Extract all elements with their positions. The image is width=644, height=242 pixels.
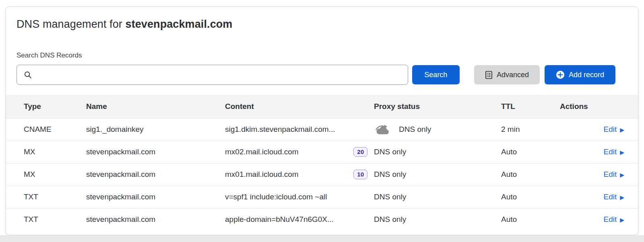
record-type-cell: MX — [6, 141, 86, 163]
column-header-name: Name — [86, 95, 225, 118]
record-type-cell: MX — [6, 163, 86, 186]
record-content-cell: sig1.dkim.stevenpackmail.com... — [225, 118, 374, 141]
record-content-text: apple-domain=bNuV47n6G0X... — [225, 215, 334, 224]
advanced-button-label: Advanced — [497, 71, 529, 78]
record-actions-cell: Edit ▶ — [560, 186, 638, 208]
edit-caret-icon: ▶ — [620, 127, 624, 133]
record-content-cell: v=spf1 include:icloud.com ~all — [225, 186, 374, 208]
dns-management-card: DNS management for stevenpackmail.com Se… — [6, 6, 638, 235]
record-content-text: sig1.dkim.stevenpackmail.com... — [225, 125, 335, 134]
record-actions-cell: Edit ▶ — [560, 208, 638, 231]
dns-records-table: Type Name Content Proxy status TTL Actio… — [6, 95, 638, 231]
record-proxy-status-cell: DNS only — [374, 118, 501, 141]
proxy-status-text: DNS only — [374, 193, 406, 201]
record-actions-cell: Edit ▶ — [560, 118, 638, 141]
record-content-text: mx02.mail.icloud.com — [225, 148, 299, 156]
column-header-content: Content — [225, 95, 374, 118]
add-record-button-label: Add record — [569, 71, 604, 78]
add-record-button[interactable]: Add record — [545, 65, 615, 84]
search-toolbar: Search Advanced — [17, 65, 627, 85]
record-proxy-status-cell: DNS only — [374, 186, 501, 208]
record-ttl-cell: Auto — [501, 141, 560, 163]
record-name-cell: stevenpackmail.com — [86, 186, 225, 208]
search-label: Search DNS Records — [17, 51, 627, 59]
dns-table-body: CNAME sig1._domainkey sig1.dkim.stevenpa… — [6, 118, 638, 231]
record-actions-cell: Edit ▶ — [560, 141, 638, 163]
record-name-cell: stevenpackmail.com — [86, 141, 225, 163]
edit-caret-icon: ▶ — [620, 195, 624, 200]
table-row: TXT stevenpackmail.com apple-domain=bNuV… — [6, 208, 638, 231]
record-content-cell: mx02.mail.icloud.com 20 — [225, 141, 374, 163]
record-actions-cell: Edit ▶ — [560, 163, 638, 186]
plus-circle-icon — [556, 70, 565, 79]
search-input-wrapper[interactable] — [17, 65, 408, 85]
edit-record-link[interactable]: Edit ▶ — [603, 170, 624, 179]
table-row: MX stevenpackmail.com mx02.mail.icloud.c… — [6, 141, 638, 163]
record-content-text: mx01.mail.icloud.com — [225, 170, 299, 179]
record-name-cell: sig1._domainkey — [86, 118, 225, 141]
record-content-cell: apple-domain=bNuV47n6G0X... — [225, 208, 374, 231]
dns-only-cloud-icon — [374, 123, 392, 135]
record-type-cell: CNAME — [6, 118, 86, 141]
edit-record-link[interactable]: Edit ▶ — [603, 215, 624, 224]
page-title: DNS management for stevenpackmail.com — [17, 18, 627, 31]
magnifier-icon — [24, 71, 32, 79]
record-proxy-status-cell: DNS only — [374, 163, 501, 186]
record-proxy-status-cell: DNS only — [374, 141, 501, 163]
advanced-button[interactable]: Advanced — [474, 65, 540, 84]
mx-priority-badge: 10 — [353, 170, 367, 180]
column-header-type: Type — [6, 95, 86, 118]
record-ttl-cell: Auto — [501, 208, 560, 231]
page-title-prefix: DNS management for — [17, 18, 126, 30]
proxy-status-text: DNS only — [374, 215, 406, 224]
column-header-actions: Actions — [560, 95, 638, 118]
record-ttl-cell: Auto — [501, 186, 560, 208]
edit-caret-icon: ▶ — [620, 150, 624, 155]
table-row: CNAME sig1._domainkey sig1.dkim.stevenpa… — [6, 118, 638, 141]
edit-caret-icon: ▶ — [620, 217, 624, 223]
table-row: MX stevenpackmail.com mx01.mail.icloud.c… — [6, 163, 638, 186]
record-type-cell: TXT — [6, 186, 86, 208]
edit-link-label: Edit — [603, 215, 617, 224]
table-header-row: Type Name Content Proxy status TTL Actio… — [6, 95, 638, 118]
mx-priority-badge: 20 — [353, 147, 367, 157]
list-document-icon — [485, 71, 493, 79]
search-input[interactable] — [32, 65, 408, 84]
edit-record-link[interactable]: Edit ▶ — [603, 193, 624, 201]
record-content-text: v=spf1 include:icloud.com ~all — [225, 193, 327, 201]
edit-link-label: Edit — [603, 193, 617, 201]
proxy-status-text: DNS only — [374, 148, 406, 156]
record-type-cell: TXT — [6, 208, 86, 231]
record-name-cell: stevenpackmail.com — [86, 163, 225, 186]
edit-record-link[interactable]: Edit ▶ — [603, 125, 624, 134]
column-header-ttl: TTL — [501, 95, 560, 118]
table-row: TXT stevenpackmail.com v=spf1 include:ic… — [6, 186, 638, 208]
column-header-proxy-status: Proxy status — [374, 95, 501, 118]
record-content-cell: mx01.mail.icloud.com 10 — [225, 163, 374, 186]
edit-record-link[interactable]: Edit ▶ — [603, 148, 624, 156]
page-title-domain: stevenpackmail.com — [126, 18, 233, 30]
proxy-status-text: DNS only — [374, 170, 406, 179]
search-button[interactable]: Search — [412, 65, 460, 84]
edit-link-label: Edit — [603, 148, 617, 156]
proxy-status-text: DNS only — [399, 125, 431, 134]
record-proxy-status-cell: DNS only — [374, 208, 501, 231]
page-background-strip — [0, 235, 644, 242]
record-ttl-cell: Auto — [501, 163, 560, 186]
edit-caret-icon: ▶ — [620, 172, 624, 178]
record-name-cell: stevenpackmail.com — [86, 208, 225, 231]
record-ttl-cell: 2 min — [501, 118, 560, 141]
edit-link-label: Edit — [603, 170, 617, 179]
edit-link-label: Edit — [603, 125, 617, 134]
